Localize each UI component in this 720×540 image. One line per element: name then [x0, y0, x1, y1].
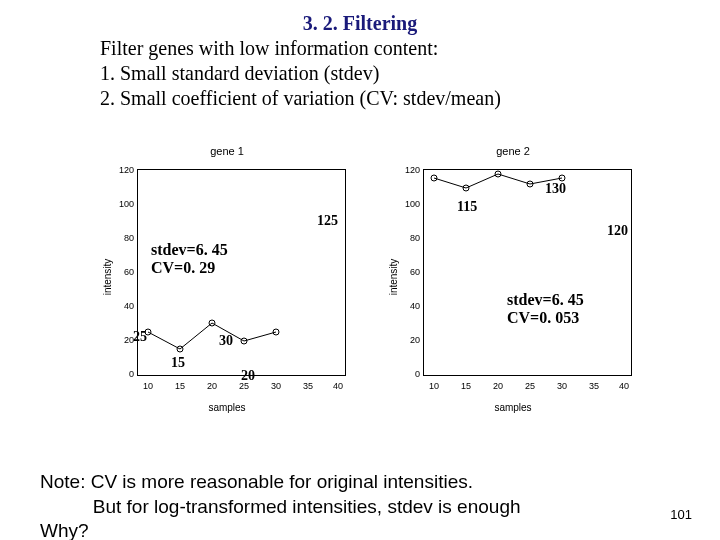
chart2-cv: CV=0. 053 — [507, 309, 584, 327]
chart2-xtick: 25 — [520, 381, 540, 391]
chart1-ytick: 0 — [110, 369, 134, 379]
chart2-xlabel: samples — [377, 402, 649, 413]
chart2-ytick: 60 — [396, 267, 420, 277]
body-line-3: 2. Small coefficient of variation (CV: s… — [100, 86, 501, 111]
chart-gene-1: gene 1 intensity samples 0 20 40 60 80 1… — [90, 140, 364, 414]
chart1-ytick: 120 — [110, 165, 134, 175]
chart2-ytick: 40 — [396, 301, 420, 311]
chart2-xtick: 35 — [584, 381, 604, 391]
footnote-block: Note: CV is more reasonable for original… — [40, 470, 521, 540]
chart2-ptlabel: 115 — [457, 199, 477, 215]
chart1-ytick: 100 — [110, 199, 134, 209]
chart1-xtick: 10 — [138, 381, 158, 391]
page-number: 101 — [670, 507, 692, 522]
chart1-ytick: 20 — [110, 335, 134, 345]
chart1-xtick: 35 — [298, 381, 318, 391]
charts-row: gene 1 intensity samples 0 20 40 60 80 1… — [90, 140, 650, 420]
chart1-ytick: 80 — [110, 233, 134, 243]
chart2-ytick: 100 — [396, 199, 420, 209]
chart2-xtick: 20 — [488, 381, 508, 391]
chart2-stdev: stdev=6. 45 — [507, 291, 584, 309]
chart1-xtick: 30 — [266, 381, 286, 391]
chart2-xtick: 40 — [614, 381, 634, 391]
chart1-xlabel: samples — [91, 402, 363, 413]
section-title: 3. 2. Filtering — [0, 12, 720, 35]
chart2-title: gene 2 — [377, 145, 649, 157]
chart1-stats: stdev=6. 45 CV=0. 29 — [151, 241, 228, 278]
chart1-ytick: 60 — [110, 267, 134, 277]
body-line-2: 1. Small standard deviation (stdev) — [100, 61, 501, 86]
chart1-xtick: 20 — [202, 381, 222, 391]
footnote-line-1: Note: CV is more reasonable for original… — [40, 470, 521, 495]
chart1-ptlabel: 30 — [219, 333, 233, 349]
chart1-stdev: stdev=6. 45 — [151, 241, 228, 259]
chart1-ptlabel: 15 — [171, 355, 185, 371]
chart1-ytick: 40 — [110, 301, 134, 311]
footnote-line-2: But for log-transformed intensities, std… — [40, 495, 521, 520]
chart1-title: gene 1 — [91, 145, 363, 157]
chart2-xtick: 10 — [424, 381, 444, 391]
body-line-1: Filter genes with low information conten… — [100, 36, 501, 61]
chart2-ytick: 20 — [396, 335, 420, 345]
chart2-line — [424, 169, 632, 375]
chart2-ytick: 80 — [396, 233, 420, 243]
chart2-xtick: 15 — [456, 381, 476, 391]
chart2-plot-area: 0 20 40 60 80 100 120 10 15 20 25 30 35 … — [423, 169, 632, 376]
chart2-xtick: 30 — [552, 381, 572, 391]
chart1-cv: CV=0. 29 — [151, 259, 228, 277]
chart2-ylabel: intensity — [388, 259, 399, 296]
chart1-ylabel: intensity — [102, 259, 113, 296]
chart2-ptlabel: 130 — [545, 181, 566, 197]
chart-gene-2: gene 2 intensity samples 0 20 40 60 80 1… — [376, 140, 650, 414]
chart2-stats: stdev=6. 45 CV=0. 053 — [507, 291, 584, 328]
chart1-xtick: 40 — [328, 381, 348, 391]
chart1-ptlabel-extra: 125 — [317, 213, 338, 229]
chart1-xtick: 15 — [170, 381, 190, 391]
chart2-ytick: 120 — [396, 165, 420, 175]
footnote-line-3: Why? — [40, 519, 521, 540]
chart1-ptlabel: 25 — [133, 329, 147, 345]
body-text-block: Filter genes with low information conten… — [100, 36, 501, 111]
chart1-ptlabel: 20 — [241, 368, 255, 384]
chart2-ptlabel: 120 — [607, 223, 628, 239]
chart2-ytick: 0 — [396, 369, 420, 379]
